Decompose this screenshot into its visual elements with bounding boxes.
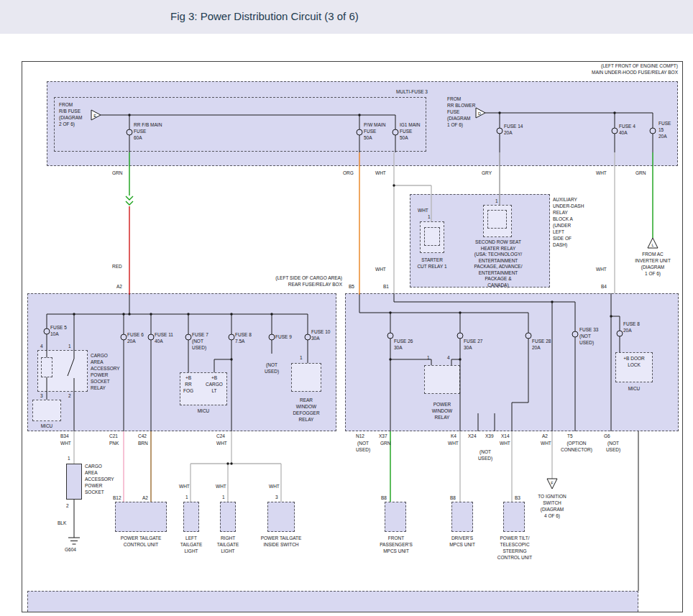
pin-a2-label: A2	[116, 283, 122, 290]
pw-relay-pin1-label: 1	[427, 354, 430, 361]
fuse6-label: FUSE 6 20A	[127, 331, 144, 344]
conn-n12-not-used: (NOT USED)	[351, 440, 375, 453]
relay-pin4-label: 4	[40, 343, 43, 349]
rr-fog-label: +B RR FOG	[180, 374, 197, 394]
ptcu-label: POWER TAILGATE CONTROL UNIT	[112, 535, 170, 548]
left-tailgate-light-box	[183, 502, 199, 532]
multifuse-label: MULTI-FUSE 3	[374, 88, 428, 95]
pw-main-fuse-label: P/W MAIN FUSE 50A	[364, 121, 385, 141]
fuse28-label: FUSE 28 20A	[532, 338, 551, 351]
power-tilt-label: POWER TILT/ TELESCOPIC STEERING CONTROL …	[493, 535, 536, 561]
relay-pin3-label: 3	[40, 392, 43, 399]
grn-right-wire-label: GRN	[635, 170, 646, 176]
to-ignition-label: TO IGNITION SWITCH (DIAGRAM 4 OF 6)	[531, 493, 574, 519]
sw-pin-label: 3	[275, 494, 278, 500]
wht-b4-low-label: WHT	[596, 266, 607, 272]
header-bar: Fig 3: Power Distribution Circuit (3 of …	[0, 0, 693, 34]
conn-a2-label: A2	[542, 433, 548, 439]
conn-t5-label: T5	[567, 433, 573, 439]
conn-x37-color: GRN	[380, 440, 390, 446]
corner-note: (LEFT FRONT OF ENGINE COMPT) MAIN UNDER-…	[460, 63, 678, 75]
bottom-strip-box	[27, 591, 638, 612]
micu1-label: MICU	[32, 423, 61, 429]
driver-mpcs-box	[451, 502, 473, 532]
defogger-relay-box	[291, 363, 321, 392]
fuse9-not-used-label: (NOT USED)	[259, 362, 285, 374]
right-tailgate-light-box	[220, 502, 236, 532]
cargo-relay-label: CARGO AREA ACCESSORY POWER SOCKET RELAY	[91, 352, 120, 391]
conn-c42-color: BRN	[138, 440, 148, 446]
red-wire-label: RED	[112, 263, 122, 270]
starter-relay-label: STARTER CUT RELAY 1	[408, 257, 456, 270]
conn-c21-color: PNK	[109, 440, 119, 446]
front-passenger-mpcs-box	[385, 502, 406, 532]
fuse9-label: FUSE 9	[275, 334, 292, 340]
dr-pin-b8-label: B8	[450, 495, 456, 501]
fuse14-label: FUSE 14 20A	[504, 123, 523, 136]
heater-pin-label: 1	[495, 198, 498, 204]
defogger-relay-label: REAR WINDOW DEFOGGER RELAY	[288, 397, 325, 423]
from-rr-blower-label: FROM RR BLOWER FUSE (DIAGRAM 1 OF 6)	[447, 96, 475, 128]
fuse27-label: FUSE 27 30A	[464, 338, 482, 351]
fuse26-label: FUSE 26 30A	[394, 338, 413, 351]
cargo-power-socket-box	[66, 464, 82, 500]
power-window-relay-box	[424, 365, 460, 394]
conn-g6-label: G6	[604, 433, 610, 439]
defogger-pin-label: 1	[300, 354, 303, 361]
fuse7-label: FUSE 7 (NOT USED)	[192, 331, 208, 351]
driver-mpcs-label: DRIVER'S MPCS UNIT	[436, 535, 488, 548]
fuse8-left-label: FUSE 8 7.5A	[235, 331, 252, 344]
org-wire-label: ORG	[343, 170, 354, 176]
ig1-main-fuse-label: IG1 MAIN FUSE 50A	[400, 121, 421, 141]
wht-b4-wire-label: WHT	[596, 170, 607, 176]
power-tilt-unit-box	[503, 502, 525, 532]
cargo-socket-label: CARGO AREA ACCESSORY POWER SOCKET	[85, 463, 114, 495]
fuse11-label: FUSE 11 40A	[155, 331, 173, 344]
from-rb-fuse-label: FROM R/B FUSE (DIAGRAM 2 OF 6)	[59, 101, 83, 127]
ptcu-pin-b12-label: B12	[113, 495, 121, 501]
rr-fb-main-fuse-label: RR F/B MAIN FUSE 60A	[134, 121, 162, 141]
conn-t5-note: (OPTION CONNECTOR)	[558, 440, 595, 453]
fuse15-label: FUSE 15 20A	[658, 120, 671, 139]
power-tailgate-control-unit-box	[115, 502, 167, 532]
fp-pin-b8-label: B8	[381, 495, 387, 501]
tailgate-switch-label: POWER TAILGATE INSIDE SWITCH	[253, 535, 309, 548]
conn-b34-color: WHT	[60, 440, 71, 446]
micu2-label: MICU	[180, 408, 227, 414]
pt-pin-b3-label: B3	[515, 495, 520, 501]
fuse4-label: FUSE 4 40A	[619, 123, 635, 136]
cargo-lt-label: +B CARGO LT	[203, 374, 226, 394]
tailgate-inside-switch-box	[267, 502, 295, 532]
conn-x24-x39-not-used: (NOT USED)	[472, 449, 498, 461]
blk-wire-label: BLK	[58, 520, 66, 526]
from-ac-inverter-label: FROM AC INVERTER UNIT (DIAGRAM 1 OF 6)	[631, 251, 674, 277]
socket-pin2-label: 2	[66, 502, 69, 509]
ptcu-pin-a2-label: A2	[142, 495, 148, 501]
fuse5-label: FUSE 5 10A	[50, 324, 67, 337]
relay-pin2-label: 2	[68, 392, 71, 399]
front-passenger-mpcs-label: FRONT PASSENGER'S MPCS UNIT	[370, 535, 422, 554]
ground-g604-label: G604	[65, 546, 76, 553]
conn-x39-label: X39	[485, 433, 494, 439]
wht-b1-wire-label: WHT	[375, 170, 386, 176]
conn-x24-label: X24	[468, 433, 477, 439]
conn-x14-color: WHT	[500, 440, 510, 446]
fuse8-right-label: FUSE 8 20A	[623, 321, 640, 334]
right-tailgate-light-label: RIGHT TAILGATE LIGHT	[211, 535, 244, 554]
conn-g6-not-used: (NOT USED)	[601, 440, 625, 453]
starter-wht-label: WHT	[418, 207, 428, 213]
figure-title: Fig 3: Power Distribution Circuit (3 of …	[170, 10, 359, 22]
conn-c21-label: C21	[109, 433, 118, 439]
conn-b34-label: B34	[60, 433, 69, 439]
conn-n12-label: N12	[356, 433, 364, 439]
sw-wht-label: WHT	[269, 483, 280, 489]
seat-heater-relay-inner	[487, 210, 507, 229]
conn-c42-label: C42	[138, 433, 147, 439]
conn-k4-color: WHT	[448, 440, 459, 446]
conn-a2-color: WHT	[541, 440, 551, 446]
pw-relay-pin4-label: 4	[447, 354, 450, 361]
gry-wire-label: GRY	[482, 170, 492, 176]
rear-box-header: (LEFT SIDE OF CARGO AREA) REAR FUSE/RELA…	[237, 275, 342, 288]
pin-b4-label: B4	[601, 283, 607, 290]
lt-pin-label: 1	[185, 494, 188, 500]
